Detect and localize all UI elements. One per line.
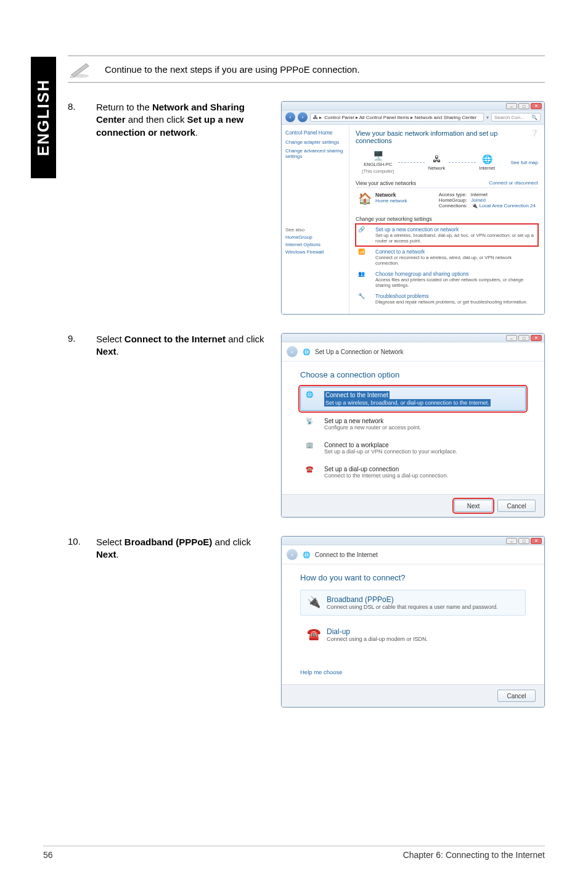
wizard-subtitle: How do you want to connect? (300, 573, 526, 582)
screenshot-set-up-connection: – □ ✕ ‹ 🌐 Set Up a Connection or Network… (281, 333, 545, 518)
option-title: Broadband (PPPoE) (327, 595, 498, 604)
task-setup-connection[interactable]: 🔗 Set up a new connection or networkSet … (356, 224, 538, 246)
txt: Select (96, 537, 125, 547)
network-name: Network (375, 192, 407, 198)
map-node-computer: 🖥️ ENGLISH-PC (This computer) (362, 151, 394, 174)
node-sublabel: (This computer) (362, 168, 394, 174)
troubleshoot-icon: 🔧 (358, 293, 370, 305)
help-icon[interactable]: ❔ (531, 130, 538, 136)
control-panel-sidebar: Control Panel Home Change adapter settin… (282, 125, 349, 314)
access-type-value: Internet (471, 192, 488, 197)
homegroup-link[interactable]: Joined (471, 197, 486, 203)
option-new-network[interactable]: 📡 Set up a new networkConfigure a new ro… (300, 413, 526, 435)
active-networks-title: View your active networks (356, 180, 416, 186)
connection-icon: 🔗 (358, 226, 370, 239)
breadcrumb[interactable]: 🖧 ▸Control Panel ▸ All Control Panel Ite… (310, 113, 484, 122)
txt: and click (212, 537, 251, 547)
page: ENGLISH Continue to the next steps if yo… (0, 0, 588, 887)
txt-bold: Connect to the Internet (125, 334, 226, 344)
page-footer: 56 Chapter 6: Connecting to the Internet (43, 846, 545, 860)
chapter-label: Chapter 6: Connecting to the Internet (403, 850, 545, 860)
connect-icon: 📶 (358, 249, 370, 261)
txt: and then click (126, 114, 187, 125)
help-me-choose-link[interactable]: Help me choose (300, 669, 526, 675)
close-button[interactable]: ✕ (531, 538, 542, 544)
wizard-back-button[interactable]: ‹ (287, 549, 298, 560)
txt: . (195, 127, 198, 138)
nav-back-button[interactable]: ‹ (285, 112, 295, 122)
option-desc: Connect using DSL or cable that requires… (327, 604, 498, 610)
globe-icon: 🌐 (303, 551, 310, 558)
step-8: 8. Return to the Network and Sharing Cen… (68, 101, 545, 315)
connections-label: Connections: (439, 203, 468, 208)
wizard-back-button[interactable]: ‹ (287, 346, 298, 357)
wizard-header: ‹ 🌐 Connect to the Internet (282, 545, 544, 564)
nav-forward-button[interactable]: › (298, 112, 308, 122)
see-full-map-link[interactable]: See full map (501, 160, 538, 165)
maximize-button[interactable]: □ (518, 103, 529, 109)
step-text: Return to the Network and Sharing Center… (96, 101, 281, 139)
step-9: 9. Select Connect to the Internet and cl… (68, 333, 545, 518)
option-desc: Configure a new router or access point. (324, 424, 421, 431)
next-button[interactable]: Next (454, 500, 492, 512)
homegroup-label: HomeGroup: (439, 197, 467, 203)
see-also-link[interactable]: Internet Options (285, 242, 345, 247)
maximize-button[interactable]: □ (518, 538, 529, 544)
txt-bold: Next (96, 346, 116, 357)
step-number: 10. (68, 536, 96, 547)
cancel-button[interactable]: Cancel (497, 500, 536, 512)
option-dialup[interactable]: ☎️ Set up a dial-up connectionConnect to… (300, 461, 526, 483)
option-workplace[interactable]: 🏢 Connect to a workplaceSet up a dial-up… (300, 437, 526, 459)
screenshot-network-sharing-center: – □ ✕ ‹ › 🖧 ▸Control Panel ▸ All Control… (281, 101, 545, 315)
network-type-link[interactable]: Home network (375, 198, 407, 204)
close-button[interactable]: ✕ (531, 103, 542, 109)
node-label: ENGLISH-PC (364, 162, 392, 167)
nsc-title: View your basic network information and … (356, 130, 531, 144)
see-also-link[interactable]: HomeGroup (285, 234, 345, 240)
note-text: Continue to the next steps if you are us… (105, 64, 360, 75)
task-title: Choose homegroup and sharing options (375, 271, 536, 277)
task-troubleshoot[interactable]: 🔧 Troubleshoot problemsDiagnose and repa… (356, 291, 538, 308)
phone-icon: ☎️ (306, 466, 318, 478)
access-type-label: Access type: (439, 192, 467, 197)
wizard-header: ‹ 🌐 Set Up a Connection or Network (282, 342, 544, 361)
nsc-main: View your basic network information and … (349, 125, 544, 314)
txt: Return to the (96, 102, 152, 112)
cancel-button[interactable]: Cancel (497, 690, 536, 702)
sidebar-link-sharing[interactable]: Change advanced sharing settings (285, 148, 345, 159)
window-titlebar: – □ ✕ (282, 102, 544, 110)
note-callout: Continue to the next steps if you are us… (68, 56, 545, 83)
option-desc: Set up a dial-up or VPN connection to yo… (324, 448, 457, 455)
option-dialup[interactable]: ☎️ Dial-upConnect using a dial-up modem … (300, 622, 526, 648)
option-title: Dial-up (327, 627, 428, 636)
window-titlebar: – □ ✕ (282, 334, 544, 342)
option-title: Set up a dial-up connection (324, 466, 448, 472)
connection-link[interactable]: Local Area Connection 24 (479, 203, 536, 208)
window-titlebar: – □ ✕ (282, 537, 544, 545)
option-title: Set up a new network (324, 418, 421, 424)
close-button[interactable]: ✕ (531, 335, 542, 341)
maximize-button[interactable]: □ (518, 335, 529, 341)
wizard-title: Set Up a Connection or Network (315, 349, 403, 355)
minimize-button[interactable]: – (506, 335, 517, 341)
option-connect-internet[interactable]: 🌐 Connect to the InternetSet up a wirele… (300, 387, 526, 411)
see-also-header: See also (285, 227, 345, 233)
search-input[interactable]: Search Con...🔍 (491, 113, 541, 122)
globe-icon: 🌐 (303, 349, 310, 355)
minimize-button[interactable]: – (506, 538, 517, 544)
step-text: Select Broadband (PPPoE) and click Next. (96, 536, 281, 561)
task-title: Troubleshoot problems (375, 293, 528, 299)
txt: . (116, 346, 119, 357)
minimize-button[interactable]: – (506, 103, 517, 109)
change-settings-title: Change your networking settings (356, 216, 432, 222)
see-also-link[interactable]: Windows Firewall (285, 249, 345, 255)
step-10: 10. Select Broadband (PPPoE) and click N… (68, 536, 545, 708)
task-homegroup[interactable]: 👥 Choose homegroup and sharing optionsAc… (356, 268, 538, 291)
map-node-network: 🖧 Network (428, 154, 446, 171)
task-connect-network[interactable]: 📶 Connect to a networkConnect or reconne… (356, 246, 538, 268)
breadcrumb-text: Control Panel ▸ All Control Panel Items … (324, 115, 476, 120)
connect-disconnect-link[interactable]: Connect or disconnect (489, 180, 538, 186)
step-text: Select Connect to the Internet and click… (96, 333, 281, 358)
option-broadband-pppoe[interactable]: 🔌 Broadband (PPPoE)Connect using DSL or … (300, 590, 526, 616)
sidebar-link-adapter[interactable]: Change adapter settings (285, 139, 345, 145)
